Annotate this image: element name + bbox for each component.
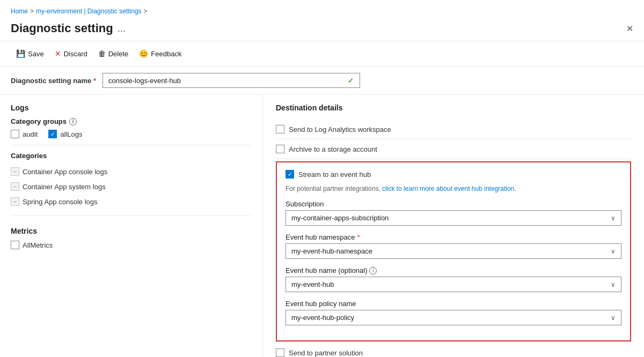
subscription-value: my-container-apps-subscription — [291, 214, 611, 222]
cat-item-0: Container App console logs — [11, 164, 252, 179]
categories-section: Categories Container App console logs Co… — [11, 152, 252, 209]
divider-2 — [11, 215, 252, 216]
subscription-field: Subscription my-container-apps-subscript… — [286, 200, 621, 226]
hub-name-info-icon[interactable]: i — [369, 267, 377, 274]
main-content: Logs Category groups i audit allLogs Cat… — [0, 95, 644, 357]
feedback-label: Feedback — [151, 50, 181, 58]
allLogs-checkbox-item[interactable]: allLogs — [48, 130, 82, 138]
audit-checkbox[interactable] — [11, 130, 19, 138]
log-analytics-label: Send to Log Analytics workspace — [289, 125, 391, 133]
close-button[interactable]: ✕ — [626, 24, 633, 34]
metrics-section: Metrics AllMetrics — [11, 227, 252, 249]
storage-account-item: Archive to a storage account — [276, 139, 631, 159]
event-hub-checkbox[interactable] — [286, 170, 294, 178]
setting-name-input-container[interactable]: ✓ — [103, 73, 360, 88]
hub-name-value: my-event-hub — [291, 280, 611, 288]
event-hub-box: Stream to an event hub For potential par… — [276, 161, 631, 341]
partner-solution-label: Send to partner solution — [289, 349, 363, 357]
right-panel: Destination details Send to Log Analytic… — [263, 95, 644, 357]
namespace-field: Event hub namespace * my-event-hub-names… — [286, 233, 621, 259]
cat-label-1: Container App system logs — [23, 183, 106, 191]
cat-label-0: Container App console logs — [23, 168, 107, 176]
breadcrumb-environment[interactable]: my-environment | Diagnostic settings — [36, 8, 142, 15]
policy-name-value: my-event-hub-policy — [291, 314, 611, 322]
save-label: Save — [28, 50, 44, 58]
setting-name-input[interactable] — [108, 77, 348, 85]
allMetrics-label: AllMetrics — [23, 241, 53, 249]
destination-details-title: Destination details — [276, 103, 631, 112]
delete-label: Delete — [108, 50, 129, 58]
name-field-row: Diagnostic setting name * ✓ — [0, 66, 644, 95]
storage-account-checkbox[interactable] — [276, 145, 284, 153]
event-hub-label: Stream to an event hub — [298, 170, 371, 178]
discard-icon: ✕ — [55, 49, 61, 58]
cat-checkbox-0[interactable] — [11, 167, 19, 176]
allMetrics-checkbox-item[interactable]: AllMetrics — [11, 241, 252, 249]
policy-name-arrow: ∨ — [611, 314, 616, 322]
partner-solution-checkbox[interactable] — [276, 348, 284, 357]
setting-name-label: Diagnostic setting name * — [11, 77, 96, 85]
page-container: Home > my-environment | Diagnostic setti… — [0, 0, 644, 357]
namespace-label: Event hub namespace * — [286, 233, 621, 241]
event-hub-header: Stream to an event hub — [286, 170, 621, 178]
save-icon: 💾 — [16, 49, 25, 58]
hub-name-label: Event hub name (optional) i — [286, 266, 621, 274]
metrics-title: Metrics — [11, 227, 252, 235]
category-groups-info-icon[interactable]: i — [69, 118, 77, 125]
log-analytics-checkbox[interactable] — [276, 125, 284, 133]
cat-item-2: Spring App console logs — [11, 194, 252, 209]
policy-name-label: Event hub policy name — [286, 300, 621, 308]
discard-label: Discard — [64, 50, 87, 58]
categories-title: Categories — [11, 152, 252, 160]
name-required: * — [93, 77, 96, 85]
feedback-button[interactable]: 😊 Feedback — [134, 47, 187, 61]
event-hub-info: For potential partner integrations, clic… — [286, 185, 621, 192]
hub-name-arrow: ∨ — [611, 281, 616, 288]
delete-icon: 🗑 — [98, 49, 106, 58]
allLogs-label: allLogs — [60, 130, 82, 138]
breadcrumb-home[interactable]: Home — [11, 8, 28, 15]
page-title-dots[interactable]: ... — [118, 23, 126, 34]
category-groups-checkboxes: audit allLogs — [11, 130, 252, 138]
subscription-label: Subscription — [286, 200, 621, 208]
logs-section-title: Logs — [11, 103, 252, 112]
namespace-arrow: ∨ — [611, 248, 616, 255]
policy-name-field: Event hub policy name my-event-hub-polic… — [286, 300, 621, 325]
namespace-dropdown[interactable]: my-event-hub-namespace ∨ — [286, 243, 621, 259]
save-button[interactable]: 💾 Save — [11, 47, 49, 61]
cat-item-1: Container App system logs — [11, 179, 252, 194]
cat-checkbox-2[interactable] — [11, 197, 19, 206]
page-title: Diagnostic setting — [11, 21, 113, 35]
partner-solution-item: Send to partner solution — [276, 341, 631, 357]
hub-name-dropdown[interactable]: my-event-hub ∨ — [286, 277, 621, 292]
subscription-arrow: ∨ — [611, 214, 616, 222]
policy-name-dropdown[interactable]: my-event-hub-policy ∨ — [286, 310, 621, 325]
cat-label-2: Spring App console logs — [23, 198, 97, 206]
discard-button[interactable]: ✕ Discard — [49, 47, 93, 61]
allLogs-checkbox[interactable] — [48, 130, 57, 138]
breadcrumb-sep2: > — [144, 8, 148, 15]
toolbar: 💾 Save ✕ Discard 🗑 Delete 😊 Feedback — [0, 41, 644, 66]
audit-label: audit — [23, 130, 38, 138]
category-groups-title: Category groups i — [11, 117, 252, 125]
allMetrics-checkbox[interactable] — [11, 241, 19, 249]
namespace-required: * — [357, 233, 360, 241]
left-panel: Logs Category groups i audit allLogs Cat… — [0, 95, 263, 357]
cat-checkbox-1[interactable] — [11, 182, 19, 191]
audit-checkbox-item[interactable]: audit — [11, 130, 38, 138]
divider-1 — [11, 145, 252, 145]
check-icon: ✓ — [348, 76, 354, 85]
log-analytics-item: Send to Log Analytics workspace — [276, 120, 631, 139]
breadcrumb: Home > my-environment | Diagnostic setti… — [0, 0, 644, 19]
storage-account-label: Archive to a storage account — [289, 145, 377, 153]
breadcrumb-sep1: > — [30, 8, 34, 15]
subscription-dropdown[interactable]: my-container-apps-subscription ∨ — [286, 210, 621, 226]
namespace-value: my-event-hub-namespace — [291, 247, 611, 255]
event-hub-info-link[interactable]: click to learn more about event hub inte… — [382, 185, 516, 192]
delete-button[interactable]: 🗑 Delete — [93, 47, 134, 61]
hub-name-field: Event hub name (optional) i my-event-hub… — [286, 266, 621, 292]
feedback-icon: 😊 — [139, 49, 148, 58]
page-header: Diagnostic setting ... ✕ — [0, 19, 644, 41]
